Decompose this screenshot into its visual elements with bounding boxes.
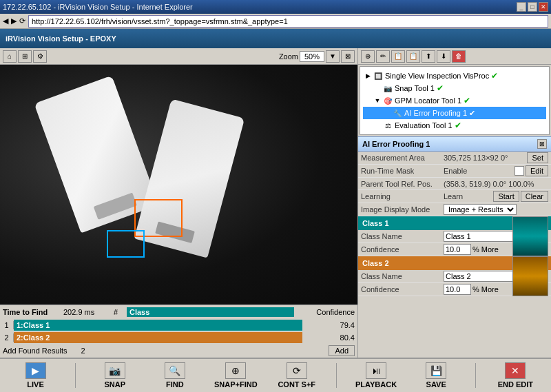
parent-tool-value: (358.3, 519.9) 0.0° 100.0%: [444, 180, 548, 188]
class2-confidence-unit: % More: [472, 285, 499, 293]
tree-item-ai-error[interactable]: 🔧 AI Error Proofing 1 ✔: [363, 107, 546, 119]
start-button[interactable]: Start: [493, 191, 519, 202]
tree-item-snap-tool[interactable]: 📷 Snap Tool 1 ✔: [363, 82, 546, 94]
tree-tool-btn-1[interactable]: ⊕: [361, 50, 375, 63]
class2-name-label: Class Name: [361, 272, 444, 280]
left-toolbar: ⌂ ⊞ ⚙ Zoom 50% ▼ ⊠: [0, 48, 357, 65]
tree-label-eval-tool: Evaluation Tool 1: [395, 121, 453, 130]
snap-icon: 📷: [105, 362, 125, 379]
app-title: iRVision Vision Setup - EPOXY: [6, 34, 116, 43]
learning-value: Learn: [444, 192, 492, 200]
edit-button[interactable]: Edit: [526, 165, 548, 176]
check-ai: ✔: [469, 109, 475, 118]
class2-confidence-input[interactable]: [444, 284, 471, 295]
settings-button[interactable]: ⚙: [33, 50, 47, 63]
maximize-button[interactable]: □: [528, 2, 537, 12]
class1-header-label: Class 1: [362, 219, 389, 227]
address-input[interactable]: [28, 15, 548, 28]
class2-section: Class 2 Class Name Confidence % More: [358, 256, 551, 296]
prop-learning: Learning Learn Start Clear: [358, 190, 551, 203]
zoom-dropdown-button[interactable]: ▼: [326, 50, 340, 63]
find-icon: 🔍: [165, 362, 185, 379]
expand-icon-eval: [374, 122, 381, 129]
results-rows: 1 1:Class 1 79.4 2 2:Class 2 80.4: [0, 319, 357, 344]
save-button[interactable]: 💾 SAVE: [415, 362, 457, 389]
measurement-area-label: Measurement Area: [361, 154, 444, 162]
check-single-view: ✔: [491, 71, 498, 81]
back-icon[interactable]: ◀: [3, 17, 8, 25]
live-icon: ▶: [25, 362, 46, 379]
check-gpm: ✔: [464, 96, 470, 105]
save-label: SAVE: [426, 380, 446, 389]
eval-icon: ⚖: [383, 121, 393, 130]
class1-thumbnail: [512, 216, 548, 256]
snap-label: SNAP: [104, 380, 125, 389]
find-button[interactable]: 🔍 FIND: [154, 362, 196, 389]
snap-button[interactable]: 📷 SNAP: [94, 362, 136, 389]
expand-icon-single-view: ▶: [364, 72, 371, 79]
snap-find-button[interactable]: ⊕ SNAP+FIND: [214, 362, 258, 389]
clear-button[interactable]: Clear: [521, 191, 548, 202]
add-found-row: Add Found Results 2 Add: [0, 344, 357, 358]
tree-tool-btn-3[interactable]: 📋: [391, 50, 405, 63]
tree-tool-btn-6[interactable]: ⬇: [437, 50, 450, 63]
time-to-find-label: Time to Find: [3, 308, 58, 316]
tree-tool-btn-2[interactable]: ✏: [376, 50, 390, 63]
runtime-mask-checkbox[interactable]: [514, 166, 524, 176]
class1-confidence-label: Confidence: [361, 245, 444, 254]
set-button[interactable]: Set: [527, 152, 548, 163]
tree-item-eval-tool[interactable]: ⚖ Evaluation Tool 1 ✔: [363, 119, 546, 132]
add-button[interactable]: Add: [329, 345, 355, 356]
snap-find-label: SNAP+FIND: [214, 380, 258, 389]
home-button[interactable]: ⌂: [3, 50, 17, 63]
result-confidence-1: 79.4: [302, 321, 357, 329]
zoom-fit-button[interactable]: ⊞: [18, 50, 32, 63]
tree-tool-btn-5[interactable]: ⬆: [422, 50, 435, 63]
tree-tool-btn-delete[interactable]: 🗑: [452, 50, 466, 63]
class-col-label: Class: [129, 308, 149, 316]
result-class-bar-1: 1:Class 1: [14, 320, 302, 331]
check-eval-tool: ✔: [455, 121, 461, 130]
panel-title: AI Error Proofing 1: [362, 140, 430, 148]
panel-expand-button[interactable]: ⊠: [537, 139, 547, 149]
refresh-icon[interactable]: ⟳: [19, 17, 25, 25]
sep3: [475, 363, 476, 388]
tree-item-gpm-locator[interactable]: ▼ 🎯 GPM Locator Tool 1 ✔: [363, 94, 546, 107]
prop-image-display: Image Display Mode Image + Results: [358, 203, 551, 216]
cont-sf-icon: ⟳: [287, 362, 307, 379]
class2-thumbnail: [512, 256, 548, 296]
class1-confidence-input[interactable]: [444, 244, 471, 255]
cont-sf-label: CONT S+F: [278, 380, 315, 389]
end-edit-button[interactable]: ✕ END EDIT: [495, 362, 536, 389]
prop-runtime-mask: Run-Time Mask Enable Edit: [358, 165, 551, 178]
result-class-bar-2: 2:Class 2: [14, 332, 302, 343]
tree-tool-btn-4[interactable]: 📋: [406, 50, 420, 63]
window-title: 172.22.65.102 - iRVision Vision Setup - …: [3, 3, 193, 11]
playback-label: PLAYBACK: [355, 380, 397, 389]
check-snap-tool: ✔: [437, 83, 444, 93]
visprocess-icon: 🔲: [373, 71, 383, 81]
result-num-2: 2: [0, 333, 14, 342]
parent-tool-label: Parent Tool Ref. Pos.: [361, 180, 444, 188]
zoom-expand-button[interactable]: ⊠: [341, 50, 355, 63]
expand-icon-snap: [374, 85, 381, 92]
tree-toolbar: ⊕ ✏ 📋 📋 ⬆ ⬇ 🗑: [358, 48, 551, 65]
class1-section: Class 1 Class Name Confidence % More: [358, 216, 551, 256]
class2-header-label: Class 2: [362, 259, 389, 267]
close-button[interactable]: ✕: [539, 2, 548, 12]
object2: [134, 99, 245, 258]
ai-icon: 🔧: [393, 108, 402, 118]
playback-button[interactable]: ⏯ PLAYBACK: [355, 362, 397, 389]
minimize-button[interactable]: _: [517, 2, 526, 12]
tree-item-single-view[interactable]: ▶ 🔲 Single View Inspection VisProc ✔: [363, 70, 546, 82]
prop-measurement-area: Measurement Area 305,725 113×92 0° Set: [358, 152, 551, 165]
learning-label: Learning: [361, 192, 444, 200]
runtime-mask-label: Run-Time Mask: [361, 167, 444, 175]
live-button[interactable]: ▶ LIVE: [15, 362, 56, 389]
camera-view: [0, 65, 357, 305]
image-display-dropdown[interactable]: Image + Results: [444, 204, 517, 215]
cont-sf-button[interactable]: ⟳ CONT S+F: [276, 362, 318, 389]
snap-find-icon: ⊕: [225, 362, 246, 379]
result-num-1: 1: [0, 321, 14, 329]
forward-icon[interactable]: ▶: [11, 17, 17, 25]
